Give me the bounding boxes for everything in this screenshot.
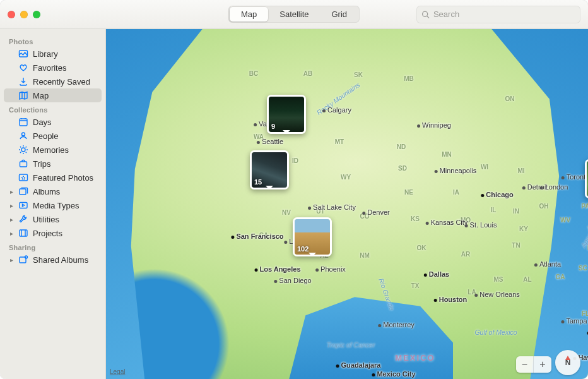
photo-cluster-pin[interactable]: 15 [250, 150, 289, 190]
seg-grid[interactable]: Grid [320, 7, 358, 21]
city-label: Atlanta [534, 260, 561, 268]
state-abbrev: WV [560, 217, 570, 224]
photo-cluster-pin[interactable]: 102 [293, 217, 332, 256]
sidebar-item-featured-photos[interactable]: ▸ Featured Photos [4, 171, 102, 184]
sidebar-item-label: Utilities [33, 215, 97, 224]
svg-rect-3 [20, 119, 27, 126]
sidebar-item-shared-albums[interactable]: ▸ Shared Albums [4, 253, 102, 267]
search-field[interactable] [416, 6, 580, 23]
city-label: Salt Lake City [308, 203, 356, 211]
sidebar-item-label: Library [33, 49, 97, 59]
chevron-right-icon: ▸ [9, 202, 14, 209]
sidebar-item-label: Memories [33, 145, 97, 155]
close-button[interactable] [8, 11, 15, 18]
compass-control[interactable]: N [555, 350, 580, 375]
state-abbrev: ID [292, 157, 298, 164]
state-abbrev: AL [523, 276, 531, 283]
fullscreen-button[interactable] [33, 11, 40, 18]
traffic-lights [8, 11, 40, 18]
zoom-control: − + [516, 356, 551, 373]
svg-rect-10 [20, 230, 27, 236]
chevron-right-icon: ▸ [9, 230, 14, 237]
city-label: Toronto [562, 173, 588, 181]
sidebar-item-label: Shared Albums [33, 255, 97, 265]
sidebar-item-label: Media Types [33, 201, 97, 210]
state-abbrev: SC [579, 265, 587, 272]
svg-rect-8 [20, 189, 26, 195]
sidebar-item-days[interactable]: ▸ Days [4, 115, 102, 129]
city-label: Houston [434, 296, 467, 303]
state-abbrev: AB [303, 70, 312, 77]
state-abbrev: WI [481, 164, 488, 171]
state-abbrev: OK [417, 244, 426, 251]
titlebar: Map Satellite Grid [0, 0, 588, 29]
svg-point-0 [423, 11, 428, 16]
state-abbrev: KY [519, 226, 528, 232]
search-input[interactable] [433, 9, 575, 19]
city-label: St. Louis [465, 221, 497, 229]
city-label: Monterrey [378, 321, 415, 328]
star-photo-icon [18, 172, 28, 183]
state-abbrev: SD [398, 165, 407, 172]
suitcase-icon [18, 159, 28, 169]
sidebar-item-utilities[interactable]: ▸ Utilities [4, 212, 102, 226]
svg-point-4 [22, 133, 25, 136]
photo-cluster-pin[interactable]: 9 [267, 95, 306, 134]
city-label: Kansas City [426, 219, 468, 226]
state-abbrev: TN [512, 242, 520, 249]
city-label: New Orleans [474, 291, 520, 298]
zoom-in-button[interactable]: + [534, 356, 551, 373]
sidebar-item-label: Favorites [33, 63, 97, 73]
sidebar-item-media-types[interactable]: ▸ Media Types [4, 198, 102, 212]
zoom-out-button[interactable]: − [516, 356, 534, 373]
state-abbrev: NE [404, 189, 413, 196]
state-abbrev: AR [461, 251, 470, 258]
media-types-icon [18, 200, 28, 210]
sidebar-item-label: Days [33, 117, 97, 127]
seg-satellite[interactable]: Satellite [268, 7, 320, 21]
minimize-button[interactable] [20, 11, 28, 18]
view-segmented-control: Map Satellite Grid [228, 6, 360, 23]
chevron-right-icon: ▸ [9, 216, 14, 223]
city-label: Mexico City [372, 370, 415, 378]
map-feature-label: Tropic of Cancer [327, 341, 375, 349]
sidebar-item-favorites[interactable]: ▸ Favorites [4, 61, 102, 75]
sidebar-item-library[interactable]: ▸ Library [4, 47, 102, 61]
sidebar-item-projects[interactable]: ▸ Projects [4, 226, 102, 240]
state-abbrev: FL [582, 310, 588, 317]
city-label: Chicago [481, 191, 513, 198]
sidebar-item-memories[interactable]: ▸ Memories [4, 143, 102, 157]
sidebar-item-label: Recently Saved [33, 77, 97, 87]
sidebar-item-people[interactable]: ▸ People [4, 129, 102, 143]
city-label: London [540, 183, 568, 191]
shared-albums-icon [18, 255, 28, 265]
sidebar: Photos ▸ Library ▸ Favorites ▸ Recently … [0, 29, 106, 379]
state-abbrev: BC [249, 70, 258, 77]
city-label: Tampa [561, 317, 587, 325]
map-feature-label: Gulf of Mexico [474, 328, 517, 336]
city-label: Denver [362, 208, 389, 216]
legal-link[interactable]: Legal [110, 368, 125, 375]
photo-cluster-pin[interactable]: 7 [585, 159, 588, 198]
state-abbrev: WY [341, 174, 351, 181]
sidebar-item-map[interactable]: ▸ Map [4, 88, 102, 102]
sidebar-item-trips[interactable]: ▸ Trips [4, 157, 102, 171]
map-view[interactable]: BCABSKMBONQCWAORIDMTNDSDMNWIMIWYNEIANVUT… [106, 29, 588, 379]
search-icon [421, 10, 430, 19]
svg-line-1 [427, 16, 429, 18]
sidebar-item-recently-saved[interactable]: ▸ Recently Saved [4, 75, 102, 88]
chevron-right-icon: ▸ [9, 256, 14, 263]
sidebar-item-label: Albums [33, 187, 97, 196]
section-photos: Photos [4, 34, 102, 47]
library-icon [18, 49, 28, 59]
state-abbrev: MI [517, 167, 524, 174]
city-label: Calgary [322, 106, 351, 114]
seg-map[interactable]: Map [230, 7, 268, 21]
window-body: Photos ▸ Library ▸ Favorites ▸ Recently … [0, 29, 588, 379]
albums-icon [18, 186, 28, 196]
wrench-icon [18, 214, 28, 224]
state-abbrev: TX [411, 282, 420, 289]
sidebar-item-label: People [33, 131, 97, 141]
state-abbrev: PA [581, 203, 588, 210]
sidebar-item-albums[interactable]: ▸ Albums [4, 184, 102, 198]
